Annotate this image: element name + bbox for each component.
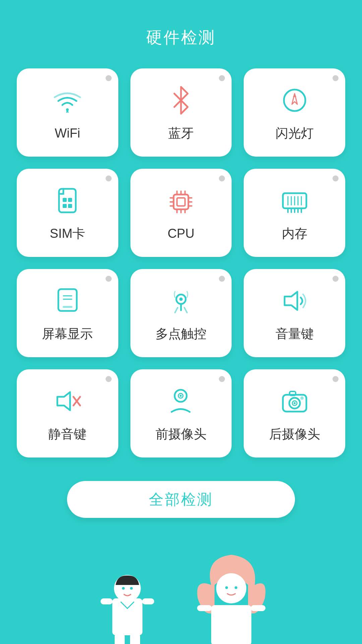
front-camera-card[interactable]: 前摄像头 bbox=[130, 369, 232, 458]
cpu-icon bbox=[166, 187, 196, 217]
volume-icon bbox=[280, 286, 310, 316]
front-camera-icon bbox=[166, 386, 196, 416]
rear-camera-card[interactable]: 后摄像头 bbox=[244, 369, 345, 458]
svg-marker-38 bbox=[57, 392, 70, 410]
page-title: 硬件检测 bbox=[146, 27, 216, 48]
flashlight-card[interactable]: 闪光灯 bbox=[244, 68, 345, 157]
svg-rect-50 bbox=[112, 598, 142, 635]
card-dot bbox=[333, 376, 339, 382]
svg-rect-5 bbox=[68, 204, 72, 208]
touch-icon bbox=[166, 286, 196, 316]
svg-marker-37 bbox=[285, 292, 297, 310]
svg-point-52 bbox=[122, 587, 125, 590]
svg-point-49 bbox=[300, 396, 304, 400]
svg-rect-54 bbox=[101, 598, 113, 604]
card-dot bbox=[219, 175, 225, 181]
svg-rect-57 bbox=[130, 634, 140, 644]
volume-card[interactable]: 音量键 bbox=[244, 269, 345, 357]
card-dot bbox=[333, 75, 339, 81]
rear-camera-icon bbox=[280, 386, 310, 416]
bluetooth-label: 蓝牙 bbox=[168, 125, 194, 142]
card-dot bbox=[106, 175, 112, 181]
svg-rect-6 bbox=[174, 195, 188, 209]
svg-point-36 bbox=[179, 298, 183, 301]
svg-rect-48 bbox=[290, 391, 296, 395]
card-dot bbox=[106, 276, 112, 282]
svg-rect-3 bbox=[68, 198, 72, 202]
svg-rect-55 bbox=[142, 598, 154, 604]
screen-card[interactable]: 屏幕显示 bbox=[17, 269, 118, 357]
svg-rect-63 bbox=[251, 605, 265, 611]
card-dot bbox=[219, 276, 225, 282]
card-dot bbox=[219, 376, 225, 382]
card-dot bbox=[333, 175, 339, 181]
feature-grid: WiFi 蓝牙 闪光灯 bbox=[0, 68, 362, 458]
volume-label: 音量键 bbox=[276, 325, 314, 342]
svg-point-0 bbox=[284, 90, 305, 111]
svg-rect-62 bbox=[197, 605, 212, 611]
svg-point-59 bbox=[216, 573, 246, 603]
sim-card[interactable]: SIM卡 bbox=[17, 169, 118, 257]
sim-label: SIM卡 bbox=[50, 225, 85, 242]
svg-rect-1 bbox=[59, 189, 76, 212]
person-left-icon bbox=[90, 558, 164, 644]
person-right-icon bbox=[191, 551, 272, 644]
wifi-label: WiFi bbox=[55, 126, 80, 141]
card-dot bbox=[106, 376, 112, 382]
card-dot bbox=[219, 75, 225, 81]
screen-icon bbox=[52, 286, 82, 316]
illustration bbox=[0, 545, 362, 644]
svg-rect-7 bbox=[177, 198, 185, 206]
front-camera-label: 前摄像头 bbox=[156, 426, 206, 443]
mute-icon bbox=[52, 386, 82, 416]
flashlight-label: 闪光灯 bbox=[276, 125, 314, 142]
touch-label: 多点触控 bbox=[156, 325, 206, 342]
bluetooth-card[interactable]: 蓝牙 bbox=[130, 68, 232, 157]
svg-rect-58 bbox=[211, 605, 251, 644]
flashlight-icon bbox=[280, 85, 310, 115]
mute-label: 静音键 bbox=[48, 426, 86, 443]
cpu-label: CPU bbox=[168, 226, 194, 241]
card-dot bbox=[333, 276, 339, 282]
svg-rect-2 bbox=[63, 198, 67, 202]
svg-rect-32 bbox=[63, 306, 72, 308]
mute-card[interactable]: 静音键 bbox=[17, 369, 118, 458]
svg-rect-56 bbox=[115, 634, 125, 644]
svg-point-53 bbox=[130, 587, 133, 590]
memory-label: 内存 bbox=[282, 225, 307, 242]
svg-point-60 bbox=[225, 586, 228, 589]
bluetooth-icon bbox=[166, 85, 196, 115]
memory-card[interactable]: 内存 bbox=[244, 169, 345, 257]
svg-point-61 bbox=[235, 586, 237, 589]
card-dot bbox=[106, 75, 112, 81]
svg-rect-4 bbox=[63, 204, 67, 208]
touch-card[interactable]: 多点触控 bbox=[130, 269, 232, 357]
cpu-card[interactable]: CPU bbox=[130, 169, 232, 257]
sim-icon bbox=[52, 185, 82, 216]
wifi-icon bbox=[52, 87, 82, 117]
wifi-card[interactable]: WiFi bbox=[17, 68, 118, 157]
rear-camera-label: 后摄像头 bbox=[269, 426, 320, 443]
memory-icon bbox=[280, 185, 310, 216]
detect-all-button[interactable]: 全部检测 bbox=[67, 481, 295, 518]
svg-point-47 bbox=[294, 402, 296, 404]
screen-label: 屏幕显示 bbox=[42, 325, 93, 342]
svg-point-43 bbox=[180, 395, 182, 397]
